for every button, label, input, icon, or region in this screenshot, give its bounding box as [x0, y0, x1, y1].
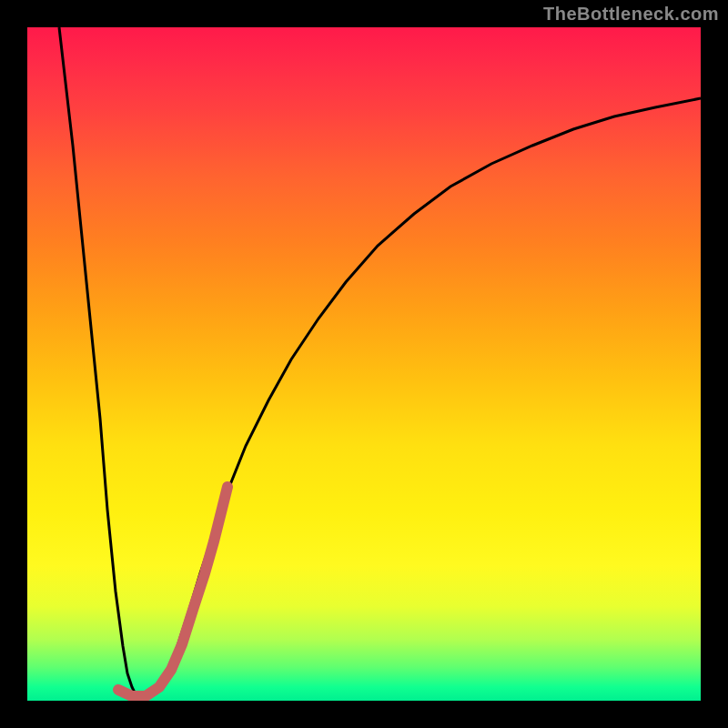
- watermark-text: TheBottleneck.com: [543, 4, 719, 25]
- accent-curve-path: [118, 487, 228, 696]
- main-curve-path: [59, 27, 701, 699]
- curve-overlay: [27, 27, 701, 701]
- outer-frame: TheBottleneck.com: [0, 0, 728, 728]
